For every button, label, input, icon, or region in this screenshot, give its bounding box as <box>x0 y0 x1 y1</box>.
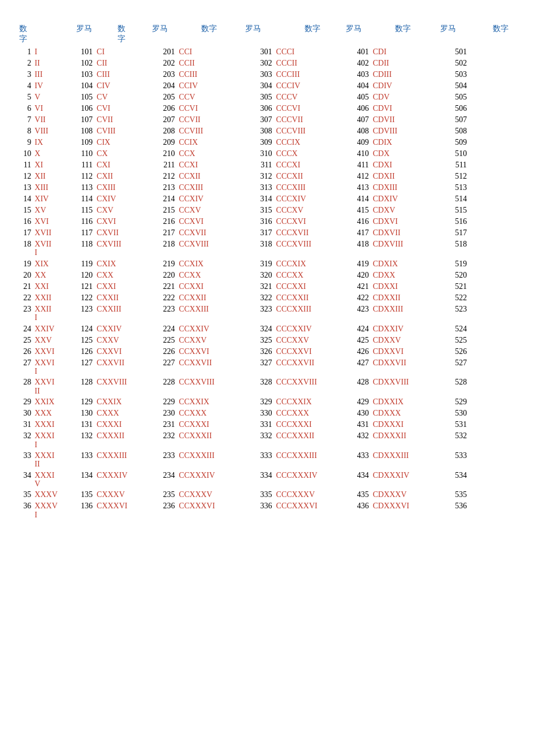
roman-col3: CCXXIX <box>177 396 232 408</box>
num-col3: 217 <box>142 227 176 239</box>
num-col2: 128 <box>73 377 94 396</box>
roman-col2: CXXXIV <box>94 470 142 490</box>
num-col5: 407 <box>337 114 371 126</box>
roman-col3: CCXXXIII <box>177 450 232 470</box>
num-col1: 26 <box>17 346 32 357</box>
num-col4: 333 <box>232 450 274 470</box>
num-col2: 114 <box>73 193 94 205</box>
roman-col5: CDV <box>371 92 427 103</box>
num-col4: 308 <box>232 126 274 137</box>
roman-col5: CDXXXV <box>371 489 427 500</box>
num-col6: 522 <box>427 292 469 304</box>
table-row: 15XV115CXV215CCXV315CCCXV415CDXV515 <box>17 205 517 216</box>
roman-col2: CV <box>94 92 142 103</box>
num-col2: 102 <box>73 58 94 69</box>
table-row: 35XXXV135CXXXV235CCXXXV335CCCXXXV435CDXX… <box>17 489 517 500</box>
num-col1: 34 <box>17 470 32 490</box>
num-col3: 201 <box>142 46 176 58</box>
table-row: 36XXXVI136CXXXVI236CCXXXVI336CCCXXXVI436… <box>17 500 517 520</box>
num-col3: 202 <box>142 58 176 69</box>
num-col2: 109 <box>73 137 94 148</box>
num-col6: 523 <box>427 304 469 323</box>
roman-col1: XIV <box>32 193 73 205</box>
roman-col3: CCXXV <box>177 335 232 346</box>
roman-col3: CCXII <box>177 171 232 182</box>
roman-col4: CCCI <box>274 46 337 58</box>
roman-col1: XXVII <box>32 357 73 377</box>
num-col3: 221 <box>142 281 176 292</box>
roman-col4: CCCVII <box>274 114 337 126</box>
roman-col5: CDXII <box>371 171 427 182</box>
roman-col1: XXV <box>32 335 73 346</box>
roman-col5: CDXX <box>371 270 427 281</box>
roman-col2: CXXIX <box>94 396 142 408</box>
num-col3: 222 <box>142 292 176 304</box>
num-col1: 35 <box>17 489 32 500</box>
num-col2: 101 <box>73 46 94 58</box>
roman-col5: CDVIII <box>371 126 427 137</box>
h4-roman-label: 罗马 <box>337 23 371 46</box>
num-col3: 220 <box>142 270 176 281</box>
num-col4: 311 <box>232 159 274 171</box>
num-col1: 21 <box>17 281 32 292</box>
roman-col1: XI <box>32 159 73 171</box>
roman-col1: XXIX <box>32 396 73 408</box>
roman-col4: CCCXXXII <box>274 430 337 450</box>
roman-col2: CX <box>94 148 142 159</box>
num-col2: 121 <box>73 281 94 292</box>
num-col1: 28 <box>17 377 32 396</box>
num-col6: 510 <box>427 148 469 159</box>
num-col2: 116 <box>73 216 94 227</box>
num-col4: 324 <box>232 323 274 335</box>
roman-col2: CXV <box>94 205 142 216</box>
num-col2: 131 <box>73 419 94 430</box>
num-col1: 24 <box>17 323 32 335</box>
num-col2: 123 <box>73 304 94 323</box>
num-col4: 318 <box>232 239 274 258</box>
roman-col4: CCCXXIX <box>274 396 337 408</box>
num-col3: 215 <box>142 205 176 216</box>
roman-col1: XXI <box>32 281 73 292</box>
header-col4: 数字 <box>274 23 337 46</box>
roman-col1: XXII <box>32 292 73 304</box>
roman-col1: XXIV <box>32 323 73 335</box>
num-col4: 306 <box>232 103 274 114</box>
num-col4: 304 <box>232 80 274 92</box>
roman-col1: XXXIII <box>32 450 73 470</box>
num-col5: 412 <box>337 171 371 182</box>
table-row: 33XXXIII133CXXXIII233CCXXXIII333CCCXXXII… <box>17 450 517 470</box>
num-col3: 227 <box>142 357 176 377</box>
roman-col5: CDXVIII <box>371 239 427 258</box>
num-col5: 403 <box>337 69 371 80</box>
roman-col1: XXXVI <box>32 500 73 520</box>
roman-col5: CDIV <box>371 80 427 92</box>
num-col6: 518 <box>427 239 469 258</box>
roman-col1: XX <box>32 270 73 281</box>
num-col6: 508 <box>427 126 469 137</box>
num-col3: 214 <box>142 193 176 205</box>
roman-col4: CCCXXI <box>274 281 337 292</box>
roman-col4: CCCV <box>274 92 337 103</box>
num-col2: 110 <box>73 148 94 159</box>
roman-col2: CXXX <box>94 408 142 419</box>
roman-col1: X <box>32 148 73 159</box>
num-col5: 411 <box>337 159 371 171</box>
num-col5: 419 <box>337 258 371 270</box>
num-col6: 506 <box>427 103 469 114</box>
num-col3: 208 <box>142 126 176 137</box>
roman-col5: CDXXII <box>371 292 427 304</box>
num-col4: 326 <box>232 346 274 357</box>
num-col6: 531 <box>427 419 469 430</box>
num-col2: 127 <box>73 357 94 377</box>
roman-col5: CDXIII <box>371 182 427 193</box>
table-row: 12XII112CXII212CCXII312CCCXII412CDXII512 <box>17 171 517 182</box>
num-col4: 307 <box>232 114 274 126</box>
roman-col3: CCI <box>177 46 232 58</box>
num-col4: 313 <box>232 182 274 193</box>
table-row: 22XXII122CXXII222CCXXII322CCCXXII422CDXX… <box>17 292 517 304</box>
num-col2: 112 <box>73 171 94 182</box>
roman-col5: CDXXVIII <box>371 377 427 396</box>
roman-col2: CXXXI <box>94 419 142 430</box>
roman-col5: CDXI <box>371 159 427 171</box>
num-col2: 115 <box>73 205 94 216</box>
